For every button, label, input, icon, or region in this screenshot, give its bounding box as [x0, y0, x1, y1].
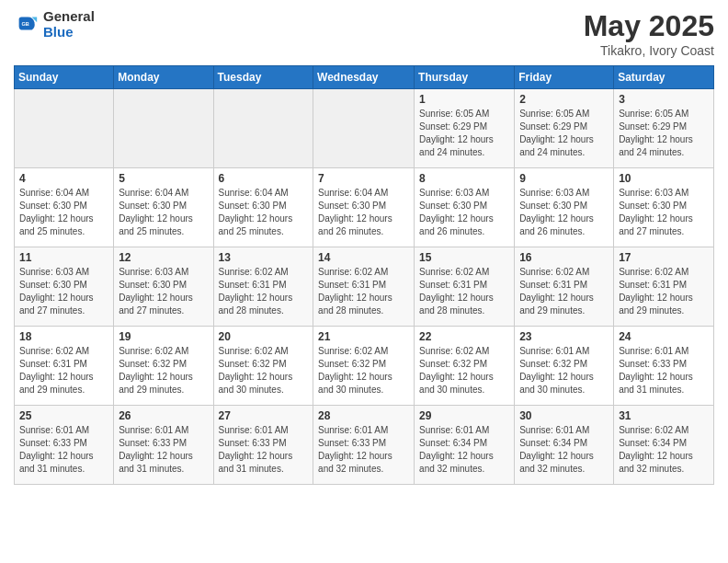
day-info: Sunrise: 6:01 AMSunset: 6:34 PMDaylight:…	[419, 424, 509, 476]
day-number: 8	[419, 172, 509, 185]
calendar-cell: 10Sunrise: 6:03 AMSunset: 6:30 PMDayligh…	[614, 168, 714, 247]
logo-icon: GB	[14, 12, 40, 38]
calendar-body: 1Sunrise: 6:05 AMSunset: 6:29 PMDaylight…	[15, 89, 714, 485]
day-number: 1	[419, 93, 509, 106]
calendar-header: SundayMondayTuesdayWednesdayThursdayFrid…	[15, 66, 714, 89]
day-number: 19	[119, 330, 208, 343]
calendar-week-5: 25Sunrise: 6:01 AMSunset: 6:33 PMDayligh…	[15, 406, 714, 485]
day-info: Sunrise: 6:01 AMSunset: 6:33 PMDaylight:…	[119, 424, 208, 476]
calendar-cell: 17Sunrise: 6:02 AMSunset: 6:31 PMDayligh…	[614, 247, 714, 327]
day-info: Sunrise: 6:01 AMSunset: 6:33 PMDaylight:…	[219, 424, 309, 476]
day-info: Sunrise: 6:01 AMSunset: 6:33 PMDaylight:…	[19, 424, 108, 476]
day-header-saturday: Saturday	[614, 66, 714, 89]
day-info: Sunrise: 6:02 AMSunset: 6:31 PMDaylight:…	[619, 266, 709, 317]
day-info: Sunrise: 6:02 AMSunset: 6:31 PMDaylight:…	[419, 266, 509, 317]
day-info: Sunrise: 6:02 AMSunset: 6:31 PMDaylight:…	[219, 266, 309, 317]
day-header-sunday: Sunday	[15, 66, 114, 89]
day-info: Sunrise: 6:02 AMSunset: 6:31 PMDaylight:…	[19, 345, 108, 396]
day-number: 24	[619, 330, 709, 343]
subtitle: Tikakro, Ivory Coast	[584, 43, 714, 58]
day-number: 18	[19, 330, 108, 343]
calendar-cell: 11Sunrise: 6:03 AMSunset: 6:30 PMDayligh…	[15, 247, 114, 327]
day-number: 26	[119, 409, 208, 422]
calendar-table: SundayMondayTuesdayWednesdayThursdayFrid…	[14, 65, 714, 485]
calendar-cell: 26Sunrise: 6:01 AMSunset: 6:33 PMDayligh…	[114, 406, 213, 485]
calendar-cell: 13Sunrise: 6:02 AMSunset: 6:31 PMDayligh…	[213, 247, 313, 327]
day-info: Sunrise: 6:03 AMSunset: 6:30 PMDaylight:…	[119, 266, 208, 317]
day-number: 16	[519, 251, 609, 264]
days-header-row: SundayMondayTuesdayWednesdayThursdayFrid…	[15, 66, 714, 89]
calendar-cell: 27Sunrise: 6:01 AMSunset: 6:33 PMDayligh…	[213, 406, 313, 485]
day-info: Sunrise: 6:03 AMSunset: 6:30 PMDaylight:…	[19, 266, 108, 317]
day-info: Sunrise: 6:04 AMSunset: 6:30 PMDaylight:…	[318, 187, 409, 238]
calendar-week-2: 4Sunrise: 6:04 AMSunset: 6:30 PMDaylight…	[15, 168, 714, 247]
calendar-cell: 5Sunrise: 6:04 AMSunset: 6:30 PMDaylight…	[114, 168, 213, 247]
day-number: 4	[19, 172, 108, 185]
calendar-cell: 16Sunrise: 6:02 AMSunset: 6:31 PMDayligh…	[515, 247, 614, 327]
calendar-cell: 12Sunrise: 6:03 AMSunset: 6:30 PMDayligh…	[114, 247, 213, 327]
calendar-cell	[313, 89, 415, 168]
calendar-cell: 24Sunrise: 6:01 AMSunset: 6:33 PMDayligh…	[614, 327, 714, 406]
day-number: 2	[519, 93, 609, 106]
day-number: 25	[19, 409, 108, 422]
day-info: Sunrise: 6:05 AMSunset: 6:29 PMDaylight:…	[519, 108, 609, 159]
calendar-cell: 3Sunrise: 6:05 AMSunset: 6:29 PMDaylight…	[614, 89, 714, 168]
day-number: 9	[519, 172, 609, 185]
day-info: Sunrise: 6:02 AMSunset: 6:31 PMDaylight:…	[519, 266, 609, 317]
calendar-cell: 20Sunrise: 6:02 AMSunset: 6:32 PMDayligh…	[213, 327, 313, 406]
calendar-cell: 25Sunrise: 6:01 AMSunset: 6:33 PMDayligh…	[15, 406, 114, 485]
day-number: 29	[419, 409, 509, 422]
day-info: Sunrise: 6:05 AMSunset: 6:29 PMDaylight:…	[419, 108, 509, 159]
day-header-monday: Monday	[114, 66, 213, 89]
day-info: Sunrise: 6:04 AMSunset: 6:30 PMDaylight:…	[19, 187, 108, 238]
day-info: Sunrise: 6:03 AMSunset: 6:30 PMDaylight:…	[519, 187, 609, 238]
day-number: 31	[619, 409, 709, 422]
calendar-cell: 4Sunrise: 6:04 AMSunset: 6:30 PMDaylight…	[15, 168, 114, 247]
day-number: 7	[318, 172, 409, 185]
day-info: Sunrise: 6:03 AMSunset: 6:30 PMDaylight:…	[419, 187, 509, 238]
day-number: 28	[318, 409, 409, 422]
logo-text: General Blue	[43, 9, 95, 40]
day-number: 5	[119, 172, 208, 185]
day-number: 14	[318, 251, 409, 264]
calendar-cell	[15, 89, 114, 168]
day-info: Sunrise: 6:02 AMSunset: 6:32 PMDaylight:…	[318, 345, 409, 396]
calendar-cell: 8Sunrise: 6:03 AMSunset: 6:30 PMDaylight…	[415, 168, 515, 247]
calendar-cell	[114, 89, 213, 168]
day-info: Sunrise: 6:02 AMSunset: 6:31 PMDaylight:…	[318, 266, 409, 317]
svg-text:GB: GB	[21, 21, 28, 27]
day-number: 13	[219, 251, 309, 264]
day-number: 11	[19, 251, 108, 264]
day-info: Sunrise: 6:01 AMSunset: 6:34 PMDaylight:…	[519, 424, 609, 476]
day-number: 27	[219, 409, 309, 422]
day-info: Sunrise: 6:02 AMSunset: 6:34 PMDaylight:…	[619, 424, 709, 476]
logo-general-text: General	[43, 9, 95, 25]
day-header-tuesday: Tuesday	[213, 66, 313, 89]
day-number: 12	[119, 251, 208, 264]
day-info: Sunrise: 6:05 AMSunset: 6:29 PMDaylight:…	[619, 108, 709, 159]
logo-blue-text: Blue	[43, 25, 95, 40]
logo: GB General Blue	[14, 9, 95, 40]
calendar-cell: 2Sunrise: 6:05 AMSunset: 6:29 PMDaylight…	[515, 89, 614, 168]
day-number: 23	[519, 330, 609, 343]
day-info: Sunrise: 6:02 AMSunset: 6:32 PMDaylight:…	[119, 345, 208, 396]
day-number: 6	[219, 172, 309, 185]
day-number: 17	[619, 251, 709, 264]
title-block: May 2025 Tikakro, Ivory Coast	[584, 9, 714, 58]
day-header-friday: Friday	[515, 66, 614, 89]
day-number: 20	[219, 330, 309, 343]
calendar-cell: 29Sunrise: 6:01 AMSunset: 6:34 PMDayligh…	[415, 406, 515, 485]
day-info: Sunrise: 6:01 AMSunset: 6:32 PMDaylight:…	[519, 345, 609, 396]
day-info: Sunrise: 6:01 AMSunset: 6:33 PMDaylight:…	[318, 424, 409, 476]
day-number: 21	[318, 330, 409, 343]
calendar-cell: 14Sunrise: 6:02 AMSunset: 6:31 PMDayligh…	[313, 247, 415, 327]
calendar-cell: 18Sunrise: 6:02 AMSunset: 6:31 PMDayligh…	[15, 327, 114, 406]
day-info: Sunrise: 6:02 AMSunset: 6:32 PMDaylight:…	[419, 345, 509, 396]
day-number: 10	[619, 172, 709, 185]
day-info: Sunrise: 6:04 AMSunset: 6:30 PMDaylight:…	[119, 187, 208, 238]
calendar-cell: 9Sunrise: 6:03 AMSunset: 6:30 PMDaylight…	[515, 168, 614, 247]
calendar-cell: 21Sunrise: 6:02 AMSunset: 6:32 PMDayligh…	[313, 327, 415, 406]
day-info: Sunrise: 6:03 AMSunset: 6:30 PMDaylight:…	[619, 187, 709, 238]
calendar-cell: 30Sunrise: 6:01 AMSunset: 6:34 PMDayligh…	[515, 406, 614, 485]
day-info: Sunrise: 6:04 AMSunset: 6:30 PMDaylight:…	[219, 187, 309, 238]
